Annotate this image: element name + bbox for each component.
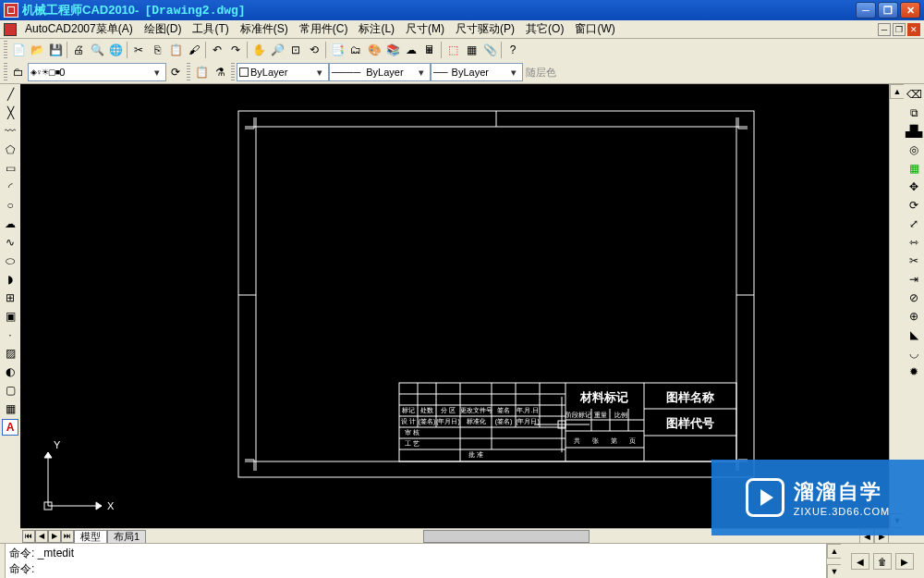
- block-icon[interactable]: ⬚: [444, 41, 462, 59]
- menu-item[interactable]: 标注(L): [353, 21, 400, 37]
- ellipse-arc-icon[interactable]: ◗: [2, 271, 18, 288]
- menu-item[interactable]: 常用件(C): [294, 21, 354, 37]
- circle-icon[interactable]: ○: [2, 197, 18, 214]
- extend-icon[interactable]: ⇥: [906, 271, 922, 288]
- hatch-icon[interactable]: ▨: [2, 345, 18, 362]
- markup-icon[interactable]: ☁: [402, 41, 420, 59]
- match-icon[interactable]: 🖌: [185, 41, 203, 59]
- mtext-icon[interactable]: A: [2, 419, 18, 436]
- spline-icon[interactable]: ∿: [2, 234, 18, 251]
- region-icon[interactable]: ▢: [2, 382, 18, 399]
- open-icon[interactable]: 📂: [28, 41, 46, 59]
- layer-prev-icon[interactable]: ⟳: [166, 63, 185, 81]
- publish-icon[interactable]: 🌐: [106, 41, 125, 59]
- tool-palette-icon[interactable]: 🎨: [365, 41, 383, 59]
- doc-icon: [4, 23, 17, 36]
- minimize-button[interactable]: ─: [856, 2, 876, 18]
- doc-minimize-button[interactable]: ─: [878, 23, 891, 36]
- lineweight-combo[interactable]: ── ByLayer ▾: [431, 63, 523, 81]
- fillet-icon[interactable]: ◡: [906, 345, 922, 362]
- ref-icon[interactable]: 📎: [480, 41, 499, 59]
- sheet-first-icon[interactable]: ⏮: [22, 530, 35, 543]
- layer-states-icon[interactable]: 📋: [192, 63, 211, 81]
- erase-icon[interactable]: ⌫: [906, 86, 922, 103]
- xline-icon[interactable]: ╳: [2, 105, 18, 121]
- layer-combo[interactable]: ◈♀☀▢■ 0 ▾: [28, 63, 166, 81]
- zoom-icon[interactable]: 🔎: [268, 41, 286, 59]
- doc-restore-button[interactable]: ❐: [893, 23, 906, 36]
- move-icon[interactable]: ✥: [906, 178, 922, 195]
- array-icon[interactable]: ▦: [906, 160, 922, 177]
- linetype-combo[interactable]: ──── ByLayer ▾: [329, 63, 431, 81]
- menu-item[interactable]: 尺寸(M): [400, 21, 450, 37]
- pan-icon[interactable]: ✋: [249, 41, 268, 59]
- menu-item[interactable]: 工具(T): [187, 21, 234, 37]
- polyline-icon[interactable]: 〰: [2, 123, 18, 140]
- insert-icon[interactable]: ⊞: [2, 289, 18, 306]
- new-icon[interactable]: 📄: [9, 41, 28, 59]
- svg-text:(年月日): (年月日): [516, 418, 540, 425]
- stretch-icon[interactable]: ⇿: [906, 234, 922, 251]
- color-combo[interactable]: ByLayer ▾: [237, 63, 329, 81]
- zoom-prev-icon[interactable]: ⟲: [305, 41, 323, 59]
- menu-item[interactable]: 尺寸驱动(P): [450, 21, 520, 37]
- tab-model[interactable]: 模型: [74, 530, 107, 543]
- table-icon[interactable]: ▦: [462, 41, 480, 59]
- menu-item[interactable]: 窗口(W): [569, 21, 620, 37]
- explode-icon[interactable]: ✹: [906, 363, 922, 380]
- revcloud-icon[interactable]: ☁: [2, 215, 18, 232]
- redo-icon[interactable]: ↷: [226, 41, 245, 59]
- gradient-icon[interactable]: ◐: [2, 363, 18, 380]
- line-icon[interactable]: ╱: [2, 86, 18, 103]
- command-history: 命令: _mtedit: [9, 546, 822, 561]
- join-icon[interactable]: ⊕: [906, 308, 922, 325]
- layer-filter-icon[interactable]: ⚗: [211, 63, 229, 81]
- save-icon[interactable]: 💾: [46, 41, 65, 59]
- cmd-left-icon[interactable]: ◀: [851, 553, 869, 570]
- svg-text:年.月.日: 年.月.日: [517, 407, 540, 413]
- rectangle-icon[interactable]: ▭: [2, 160, 18, 177]
- table-draw-icon[interactable]: ▦: [2, 400, 18, 417]
- copy-obj-icon[interactable]: ⧉: [906, 105, 922, 121]
- sheet-last-icon[interactable]: ⏭: [61, 530, 74, 543]
- calc-icon[interactable]: 🖩: [420, 41, 439, 59]
- cmd-right-icon[interactable]: ▶: [895, 553, 914, 570]
- point-icon[interactable]: ·: [2, 326, 18, 343]
- preview-icon[interactable]: 🔍: [88, 41, 106, 59]
- cut-icon[interactable]: ✂: [129, 41, 148, 59]
- break-icon[interactable]: ⊘: [906, 289, 922, 306]
- tab-layout1[interactable]: 布局1: [107, 530, 146, 543]
- block-make-icon[interactable]: ▣: [2, 308, 18, 325]
- menu-item[interactable]: AutoCAD2007菜单(A): [19, 21, 139, 37]
- ellipse-icon[interactable]: ⬭: [2, 252, 18, 269]
- layer-manager-icon[interactable]: 🗀: [9, 63, 28, 81]
- design-center-icon[interactable]: 🗂: [346, 41, 365, 59]
- scale-icon[interactable]: ⤢: [906, 215, 922, 232]
- polygon-icon[interactable]: ⬠: [2, 141, 18, 158]
- properties-icon[interactable]: 📑: [328, 41, 346, 59]
- rotate-icon[interactable]: ⟳: [906, 197, 922, 214]
- cmd-clean-icon[interactable]: 🗑: [873, 553, 892, 570]
- sheet-prev-icon[interactable]: ◀: [35, 530, 48, 543]
- menu-item[interactable]: 标准件(S): [235, 21, 294, 37]
- zoom-window-icon[interactable]: ⊡: [286, 41, 305, 59]
- paste-icon[interactable]: 📋: [166, 41, 185, 59]
- chamfer-icon[interactable]: ◣: [906, 326, 922, 343]
- menu-item[interactable]: 绘图(D): [139, 21, 188, 37]
- close-button[interactable]: ✕: [900, 2, 920, 18]
- menu-item[interactable]: 其它(O): [520, 21, 569, 37]
- help-icon[interactable]: ?: [504, 41, 522, 59]
- sheet-next-icon[interactable]: ▶: [48, 530, 61, 543]
- offset-icon[interactable]: ◎: [906, 141, 922, 158]
- sheet-set-icon[interactable]: 📚: [383, 41, 402, 59]
- arc-icon[interactable]: ◜: [2, 178, 18, 195]
- mirror-icon[interactable]: ▟▙: [906, 123, 922, 140]
- trim-icon[interactable]: ✂: [906, 252, 922, 269]
- command-window[interactable]: 命令: _mtedit 命令: ▲▼ ◀ 🗑 ▶: [0, 543, 924, 578]
- print-icon[interactable]: 🖨: [69, 41, 88, 59]
- ucs-icon: X Y: [37, 434, 120, 517]
- maximize-button[interactable]: ❐: [878, 2, 898, 18]
- doc-close-button[interactable]: ✕: [907, 23, 920, 36]
- copy-icon[interactable]: ⎘: [148, 41, 166, 59]
- undo-icon[interactable]: ↶: [208, 41, 226, 59]
